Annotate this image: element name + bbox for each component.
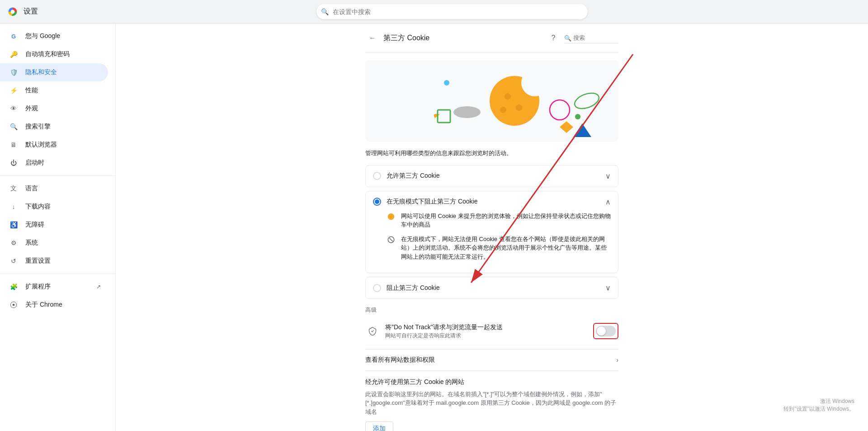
view-all-arrow-icon: ›: [616, 356, 618, 364]
panel-header-actions: ? 🔍: [546, 31, 618, 45]
help-button[interactable]: ?: [546, 31, 561, 45]
download-icon: ↓: [9, 202, 18, 211]
sidebar-item-label: 语言: [25, 185, 38, 193]
svg-point-20: [388, 213, 394, 220]
sidebar-item-extensions[interactable]: 🧩 扩展程序 ↗: [0, 278, 108, 296]
svg-point-23: [390, 217, 391, 218]
description-text: 管理网站可利用哪些类型的信息来跟踪您浏览时的活动。: [365, 149, 618, 158]
cookie-icon: [387, 212, 396, 221]
system-icon: ⚙: [9, 238, 18, 247]
panel-header: ← 第三方 Cookie ? 🔍: [365, 24, 618, 53]
dnt-title: 将"Do Not Track"请求与浏览流量一起发送: [385, 323, 593, 332]
option-incognito-block[interactable]: 在无痕模式下阻止第三方 Cookie ∧: [365, 191, 618, 274]
svg-point-19: [575, 114, 580, 119]
sidebar-item-label: 无障碍: [25, 221, 44, 229]
expanded-item-2: 在无痕模式下，网站无法使用 Cookie 查看您在各个网站（即使是彼此相关的网站…: [387, 235, 611, 261]
dnt-toggle[interactable]: [596, 326, 616, 336]
chevron-down-icon: ∨: [605, 172, 611, 180]
option-allow-label: 允许第三方 Cookie: [387, 172, 600, 180]
sidebar-item-label: 搜索引擎: [25, 123, 51, 131]
option-allow[interactable]: 允许第三方 Cookie ∨: [365, 165, 618, 187]
svg-line-25: [389, 238, 393, 242]
allowed-section-desc: 此设置会影响这里列出的网站。在域名前插入"[*.]"可以为整个域创建例外情况，例…: [365, 390, 618, 417]
top-search-input[interactable]: [316, 4, 588, 19]
eye-icon: 👁: [9, 104, 18, 113]
sidebar-item-download[interactable]: ↓ 下载内容: [0, 198, 108, 216]
sidebar-item-label: 外观: [25, 104, 38, 113]
sidebar-item-system[interactable]: ⚙ 系统: [0, 234, 108, 252]
sidebar-item-a11y[interactable]: ♿ 无障碍: [0, 216, 108, 234]
chrome-logo: [7, 6, 18, 17]
option-allow-header: 允许第三方 Cookie ∨: [373, 172, 611, 180]
toggle-thumb: [597, 327, 606, 336]
panel-search-icon: 🔍: [564, 35, 571, 42]
content-area: ← 第三方 Cookie ? 🔍: [116, 24, 868, 431]
power-icon: ⏻: [9, 158, 18, 167]
sidebar-item-label: 自动填充和密码: [25, 50, 70, 58]
cookie-illustration: [365, 60, 618, 142]
sidebar-item-label: 下载内容: [25, 203, 51, 211]
radio-allow: [373, 172, 381, 180]
sidebar-item-appearance[interactable]: 👁 外观: [0, 99, 108, 118]
sidebar-item-startup[interactable]: ⏻ 启动时: [0, 154, 108, 172]
allowed-sites-section: 经允许可使用第三方 Cookie 的网站 此设置会影响这里列出的网站。在域名前插…: [365, 378, 618, 431]
panel-search-input[interactable]: [564, 33, 618, 43]
sidebar-item-performance[interactable]: ⚡ 性能: [0, 81, 108, 99]
google-icon: G: [9, 32, 18, 41]
svg-point-9: [521, 69, 548, 96]
language-icon: 文: [9, 184, 18, 193]
block-icon: [387, 235, 396, 244]
sidebar-item-reset[interactable]: ↺ 重置设置: [0, 252, 108, 270]
option-block-all[interactable]: 阻止第三方 Cookie ∨: [365, 277, 618, 299]
sidebar-item-label: 系统: [25, 239, 38, 247]
toggle-track: [596, 326, 616, 336]
incognito-expanded: 网站可以使用 Cookie 来提升您的浏览体验，例如让您保持登录状态或记住您购物…: [373, 212, 611, 261]
view-all-sites-row[interactable]: 查看所有网站数据和权限 ›: [365, 349, 618, 371]
radio-incognito: [373, 198, 381, 206]
sidebar-item-privacy[interactable]: 🛡️ 隐私和安全: [0, 63, 108, 81]
panel-search: 🔍: [564, 33, 618, 43]
expanded-item-1-text: 网站可以使用 Cookie 来提升您的浏览体验，例如让您保持登录状态或记住您购物…: [401, 212, 611, 229]
sidebar-item-label: 性能: [25, 86, 38, 95]
sidebar-item-label: 扩展程序: [25, 283, 51, 291]
sidebar-item-search[interactable]: 🔍 搜索引擎: [0, 118, 108, 136]
sidebar-item-about[interactable]: 关于 Chrome: [0, 296, 108, 314]
key-icon: 🔑: [9, 50, 18, 59]
main-layout: G 您与 Google 🔑 自动填充和密码 🛡️ 隐私和安全 ⚡ 性能 👁 外观…: [0, 24, 868, 431]
sidebar-item-browser[interactable]: 🖥 默认浏览器: [0, 136, 108, 154]
top-bar: 设置 🔍: [0, 0, 868, 24]
shield-icon: 🛡️: [9, 68, 18, 77]
add-button[interactable]: 添加: [365, 422, 393, 431]
expanded-item-2-text: 在无痕模式下，网站无法使用 Cookie 查看您在各个网站（即使是彼此相关的网站…: [401, 235, 611, 261]
option-incognito-header: 在无痕模式下阻止第三方 Cookie ∧: [373, 198, 611, 206]
settings-panel: ← 第三方 Cookie ? 🔍: [365, 24, 618, 431]
sidebar-item-autofill[interactable]: 🔑 自动填充和密码: [0, 45, 108, 63]
search-engine-icon: 🔍: [9, 122, 18, 131]
puzzle-icon: 🧩: [9, 282, 18, 291]
sidebar-item-language[interactable]: 文 语言: [0, 180, 108, 198]
option-block-all-header: 阻止第三方 Cookie ∨: [373, 284, 611, 292]
sidebar-item-google[interactable]: G 您与 Google: [0, 27, 108, 45]
svg-point-10: [505, 93, 511, 99]
svg-point-22: [391, 216, 392, 217]
svg-rect-6: [365, 60, 609, 142]
sidebar-divider: [0, 175, 115, 176]
chevron-down-icon-2: ∨: [605, 284, 611, 292]
search-icon: 🔍: [321, 8, 329, 15]
svg-point-12: [500, 107, 506, 113]
svg-point-3: [11, 10, 14, 13]
radio-block-all: [373, 284, 381, 292]
sidebar: G 您与 Google 🔑 自动填充和密码 🛡️ 隐私和安全 ⚡ 性能 👁 外观…: [0, 24, 116, 431]
svg-point-7: [444, 80, 449, 85]
reset-icon: ↺: [9, 256, 18, 265]
gauge-icon: ⚡: [9, 86, 18, 95]
svg-point-11: [516, 104, 522, 111]
dnt-text: 将"Do Not Track"请求与浏览流量一起发送 网站可自行决定是否响应此请…: [385, 323, 593, 340]
svg-point-13: [453, 106, 481, 118]
sidebar-divider-2: [0, 274, 115, 274]
advanced-label: 高级: [365, 306, 618, 314]
back-button[interactable]: ←: [365, 31, 380, 45]
sidebar-item-label: 隐私和安全: [25, 68, 57, 76]
dnt-icon: [365, 327, 380, 336]
external-link-icon: ↗: [96, 284, 101, 290]
